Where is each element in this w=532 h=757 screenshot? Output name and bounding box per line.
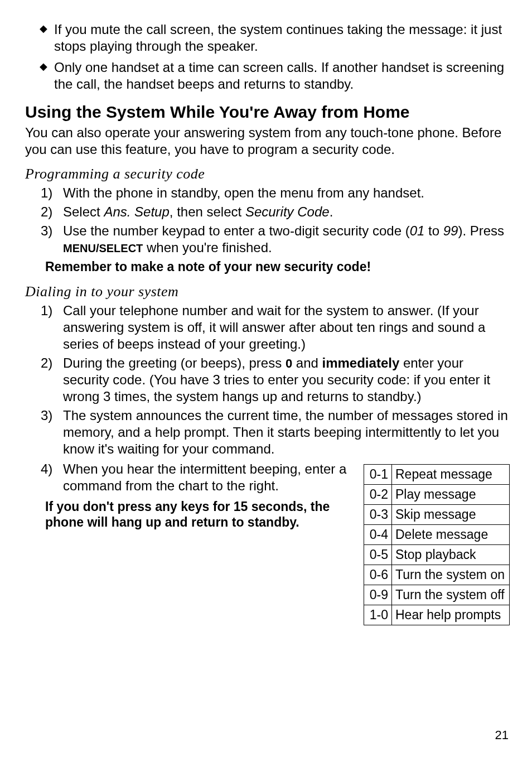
step-item: During the greeting (or beeps), press 0 …	[25, 355, 510, 405]
command-code: 0-3	[364, 504, 391, 524]
command-desc: Skip message	[391, 504, 509, 524]
step-item: The system announces the current time, t…	[25, 407, 510, 457]
step-text: .	[330, 204, 333, 219]
key-label: MENU/SELECT	[63, 242, 143, 254]
command-code: 0-4	[364, 524, 391, 544]
main-heading: Using the System While You're Away from …	[25, 103, 510, 122]
remember-note: Remember to make a note of your new secu…	[45, 259, 510, 274]
command-desc: Stop playback	[391, 544, 509, 565]
intro-bullet-list: If you mute the call screen, the system …	[25, 21, 510, 93]
command-desc: Play message	[391, 484, 509, 504]
page-number: 21	[495, 728, 509, 742]
table-row: 0-9Turn the system off	[364, 585, 509, 605]
command-table: 0-1Repeat message0-2Play message0-3Skip …	[364, 464, 510, 625]
step-item: When you hear the intermittent beeping, …	[25, 461, 354, 494]
command-desc: Repeat message	[391, 464, 509, 484]
intro-paragraph: You can also operate your answering syst…	[25, 124, 510, 158]
table-row: 0-2Play message	[364, 484, 509, 504]
step-text: Select	[63, 204, 104, 219]
command-code: 0-5	[364, 544, 391, 565]
programming-steps: With the phone in standby, open the menu…	[25, 185, 510, 256]
command-desc: Turn the system on	[391, 565, 509, 585]
section-heading-programming: Programming a security code	[25, 166, 510, 182]
step-text: and	[292, 355, 322, 370]
step-text: when you're finished.	[143, 240, 272, 255]
menu-term: Security Code	[245, 204, 330, 219]
command-desc: Hear help prompts	[391, 605, 509, 625]
section-heading-dialing: Dialing in to your system	[25, 283, 510, 300]
code-range: 99	[443, 223, 458, 238]
table-row: 0-3Skip message	[364, 504, 509, 524]
step-item: With the phone in standby, open the menu…	[25, 185, 510, 201]
command-code: 0-9	[364, 585, 391, 605]
step-item: Use the number keypad to enter a two-dig…	[25, 223, 510, 256]
command-desc: Turn the system off	[391, 585, 509, 605]
command-code: 0-2	[364, 484, 391, 504]
step-item: Call your telephone number and wait for …	[25, 302, 510, 353]
table-row: 1-0Hear help prompts	[364, 605, 509, 625]
command-code: 1-0	[364, 605, 391, 625]
menu-term: Ans. Setup	[104, 204, 169, 219]
step-text: During the greeting (or beeps), press	[63, 355, 286, 370]
step-text: , then select	[170, 204, 245, 219]
bullet-item: If you mute the call screen, the system …	[25, 21, 510, 55]
step-text: to	[424, 223, 443, 238]
dialing-steps-bottom: When you hear the intermittent beeping, …	[25, 461, 354, 494]
code-range: 01	[410, 223, 425, 238]
timeout-warning: If you don't press any keys for 15 secon…	[45, 499, 354, 531]
step-item: Select Ans. Setup, then select Security …	[25, 204, 510, 220]
table-row: 0-1Repeat message	[364, 464, 509, 484]
step-text: ). Press	[458, 223, 504, 238]
table-row: 0-4Delete message	[364, 524, 509, 544]
emphasis: immediately	[322, 355, 400, 370]
command-desc: Delete message	[391, 524, 509, 544]
command-code: 0-6	[364, 565, 391, 585]
step-text: Use the number keypad to enter a two-dig…	[63, 223, 410, 238]
command-code: 0-1	[364, 464, 391, 484]
table-row: 0-5Stop playback	[364, 544, 509, 565]
dialing-steps-top: Call your telephone number and wait for …	[25, 302, 510, 457]
key-label: 0	[286, 356, 292, 370]
bullet-item: Only one handset at a time can screen ca…	[25, 59, 510, 93]
table-row: 0-6Turn the system on	[364, 565, 509, 585]
